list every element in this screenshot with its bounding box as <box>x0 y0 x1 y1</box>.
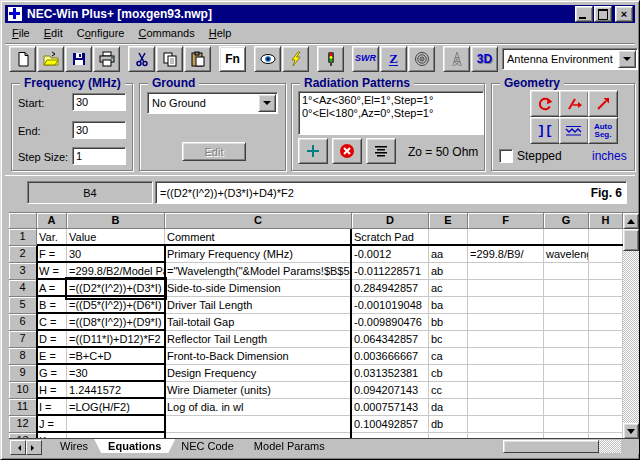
cell[interactable]: ac <box>429 280 468 297</box>
cell[interactable]: ca <box>429 348 468 365</box>
menu-edit[interactable]: Edit <box>37 25 70 41</box>
diagonal-arrow-button[interactable] <box>588 90 618 117</box>
menu-configure[interactable]: Configure <box>70 25 132 41</box>
end-input[interactable]: 30 <box>72 121 126 139</box>
cell[interactable] <box>589 365 623 382</box>
cell[interactable] <box>544 314 589 331</box>
environment-dropdown[interactable]: Antenna Environment <box>502 48 638 70</box>
save-button[interactable] <box>65 46 92 72</box>
tab-scroll-left-button[interactable] <box>10 440 26 455</box>
pattern-button[interactable] <box>408 46 435 72</box>
cell[interactable]: db <box>429 416 468 433</box>
cell[interactable]: aa <box>429 246 468 263</box>
sheet-tab-nec-code[interactable]: NEC Code <box>167 439 248 453</box>
horizontal-scrollbar[interactable] <box>503 440 621 453</box>
edit-bolt-button[interactable] <box>282 46 309 72</box>
row-header[interactable]: 2 <box>9 246 37 263</box>
cell[interactable]: -0.011228571 <box>352 263 429 280</box>
sheet-tab-model-params[interactable]: Model Params <box>240 439 339 453</box>
cell[interactable] <box>589 331 623 348</box>
column-header[interactable]: E <box>429 213 468 229</box>
cell[interactable] <box>589 314 623 331</box>
cell[interactable]: =299.8/B9/ <box>468 246 544 263</box>
row-header[interactable]: 7 <box>9 331 37 348</box>
cell[interactable]: -0.001019048 <box>352 297 429 314</box>
antenna-button[interactable] <box>443 46 470 72</box>
column-header[interactable]: B <box>67 213 165 229</box>
row-header[interactable]: 6 <box>9 314 37 331</box>
row-header[interactable]: 11 <box>9 399 37 416</box>
cell[interactable]: 0.100492857 <box>352 416 429 433</box>
cell[interactable]: 0.064342857 <box>352 331 429 348</box>
tab-scroll-right-button[interactable] <box>26 440 42 455</box>
radiation-pattern-list[interactable]: 1°<Az<360°,El=1°,Step=1° 0°<El<180°,Az=0… <box>298 91 484 135</box>
cell[interactable] <box>544 399 589 416</box>
swr-button[interactable]: SWR <box>352 46 379 72</box>
ground-dropdown[interactable]: No Ground <box>147 92 278 114</box>
cell[interactable] <box>544 297 589 314</box>
row-header[interactable]: 10 <box>9 382 37 399</box>
line-arrow-button[interactable] <box>559 90 589 117</box>
cell[interactable]: Front-to-Back Dimension <box>165 348 352 365</box>
row-header[interactable]: 12 <box>9 416 37 433</box>
cell[interactable] <box>589 263 623 280</box>
cell[interactable] <box>165 416 352 433</box>
cell[interactable]: bc <box>429 331 468 348</box>
cell[interactable] <box>468 331 544 348</box>
cell[interactable]: cc <box>429 382 468 399</box>
cell[interactable]: Wire Diameter (units) <box>165 382 352 399</box>
chevron-down-icon[interactable] <box>618 50 636 68</box>
cell[interactable]: 0.000757143 <box>352 399 429 416</box>
minimize-button[interactable] <box>575 6 593 22</box>
scroll-up-button[interactable] <box>623 213 639 229</box>
cell[interactable] <box>544 382 589 399</box>
print-button[interactable] <box>93 46 120 72</box>
cell[interactable] <box>468 416 544 433</box>
cell[interactable]: bb <box>429 314 468 331</box>
column-header[interactable]: D <box>352 213 429 229</box>
cell[interactable] <box>544 331 589 348</box>
cell[interactable]: 0.003666667 <box>352 348 429 365</box>
cell-reference-box[interactable]: B4 <box>27 181 153 204</box>
cut-button[interactable] <box>128 46 155 72</box>
close-button[interactable]: × <box>615 6 633 22</box>
cell[interactable] <box>544 365 589 382</box>
cell[interactable]: Reflector Tail Length <box>165 331 352 348</box>
cell[interactable] <box>589 399 623 416</box>
row-header[interactable]: 3 <box>9 263 37 280</box>
cell[interactable] <box>544 280 589 297</box>
cell[interactable] <box>589 382 623 399</box>
cell[interactable] <box>468 263 544 280</box>
cell[interactable] <box>468 314 544 331</box>
cell[interactable] <box>468 399 544 416</box>
cell[interactable] <box>544 416 589 433</box>
cell[interactable]: -0.009890476 <box>352 314 429 331</box>
row-header[interactable]: 9 <box>9 365 37 382</box>
cell[interactable] <box>544 263 589 280</box>
cell[interactable]: Primary Frequency (MHz) <box>165 246 352 263</box>
menu-commands[interactable]: Commands <box>131 25 201 41</box>
row-header[interactable]: 1 <box>9 229 37 246</box>
start-input[interactable]: 30 <box>72 93 126 111</box>
cell[interactable] <box>544 348 589 365</box>
chevron-down-icon[interactable] <box>258 94 276 112</box>
cell[interactable]: ="Wavelength("&Model Params!$B$5&" <box>165 263 352 280</box>
pattern-options-button[interactable] <box>366 138 396 164</box>
cell[interactable]: Side-to-side Dimension <box>165 280 352 297</box>
cell[interactable]: Log of dia. in wl <box>165 399 352 416</box>
cell[interactable]: Design Frequency <box>165 365 352 382</box>
paste-button[interactable] <box>184 46 211 72</box>
brackets-button[interactable]: ][ <box>530 117 560 144</box>
row-header[interactable]: 4 <box>9 280 37 297</box>
app-icon[interactable] <box>7 6 23 22</box>
menu-help[interactable]: Help <box>202 25 239 41</box>
cell[interactable]: -0.0012 <box>352 246 429 263</box>
open-file-button[interactable] <box>37 46 64 72</box>
cell[interactable]: 0.031352381 <box>352 365 429 382</box>
vertical-scrollbar[interactable] <box>623 213 639 439</box>
cell[interactable]: ba <box>429 297 468 314</box>
cell[interactable] <box>589 348 623 365</box>
view-3d-button[interactable]: 3D <box>471 46 498 72</box>
cell[interactable] <box>589 246 623 263</box>
auto-seg-button[interactable]: Auto Seg. <box>588 117 618 144</box>
